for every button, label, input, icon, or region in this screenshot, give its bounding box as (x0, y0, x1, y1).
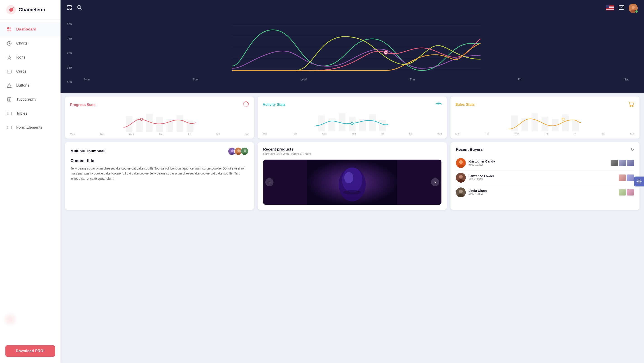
main-chart-area: 300 250 200 150 100 (60, 16, 644, 93)
buyer-thumb-2b (627, 174, 634, 181)
activity-stats-icon (436, 101, 442, 108)
buyer-name-1: Kristopher Candy (468, 160, 608, 163)
buyer-info-2: Lawrence Fowler #INV-12333 (468, 174, 616, 181)
sales-stats-title: Sales Stats (456, 103, 475, 107)
sidebar-footer: Download PRO! (0, 341, 60, 363)
activity-stats-header: Activity Stats (262, 101, 442, 108)
dashboard-icon (6, 27, 12, 32)
tables-icon (6, 111, 12, 116)
expand-icon[interactable] (67, 5, 72, 11)
buyer-avatar-1 (456, 158, 466, 168)
x-label-thu: Thu (410, 78, 414, 81)
buyer-thumb-3b (627, 189, 634, 196)
svg-rect-48 (328, 118, 335, 131)
mail-icon[interactable] (619, 5, 624, 11)
y-label-100: 100 (67, 81, 72, 84)
recent-products-subtitle: Carousel Card With Header & Footer (263, 152, 441, 156)
sidebar: Chameleon Dashboard Charts Icons Cards (0, 0, 60, 363)
svg-rect-4 (10, 27, 11, 29)
progress-stats-icon (243, 101, 249, 109)
sidebar-item-cards[interactable]: Cards (0, 64, 60, 79)
carousel-next-button[interactable]: › (431, 178, 439, 186)
svg-rect-5 (7, 30, 9, 32)
buyer-item-2: Lawrence Fowler #INV-12333 (456, 170, 634, 185)
y-label-300: 300 (67, 23, 72, 26)
sidebar-item-typography[interactable]: B Typography (0, 93, 60, 107)
user-avatar[interactable] (629, 4, 638, 13)
svg-rect-19 (67, 6, 69, 7)
recent-products-header: Recent products Carousel Card With Heade… (263, 147, 441, 156)
progress-stats-card: Progress Stats (65, 97, 254, 139)
recent-products-title: Recent products (263, 147, 441, 152)
recent-buyers-card: Recent Buyers ↻ Kristopher Candy #INV-12… (450, 142, 640, 210)
recent-buyers-title: Recent Buyers (456, 147, 483, 152)
sales-stats-header: Sales Stats (456, 101, 634, 108)
thumbnail-title: Multiple Thumbnail (70, 149, 106, 153)
flag-icon[interactable] (606, 5, 614, 11)
sidebar-item-label-form-elements: Form Elements (16, 125, 42, 130)
buyer-thumb-1a (610, 160, 618, 166)
activity-stats-x-labels: Mon Tue Wex Thu Fri Sat Sun (262, 131, 442, 135)
search-icon[interactable] (77, 5, 82, 11)
svg-text:B: B (8, 98, 10, 101)
svg-point-86 (459, 190, 463, 193)
svg-point-55 (630, 106, 631, 107)
refresh-icon[interactable]: ↻ (631, 147, 634, 152)
buttons-icon (6, 83, 12, 88)
settings-fab-button[interactable] (634, 177, 644, 186)
logo-area: Chameleon (0, 0, 60, 20)
sidebar-item-label-tables: Tables (16, 111, 27, 116)
svg-rect-12 (7, 112, 11, 115)
svg-line-22 (80, 8, 81, 10)
content-title: Content title (70, 158, 248, 163)
svg-rect-42 (156, 117, 163, 132)
progress-stats-title: Progress Stats (70, 103, 96, 107)
svg-point-54 (351, 122, 354, 125)
icons-icon (6, 55, 12, 60)
svg-rect-52 (369, 114, 376, 131)
sidebar-item-icons[interactable]: Icons (0, 50, 60, 64)
y-label-150: 150 (67, 66, 72, 69)
activity-stats-title: Activity Stats (262, 103, 286, 107)
buyer-thumb-2a (619, 174, 626, 181)
svg-rect-44 (176, 115, 183, 132)
sidebar-item-buttons[interactable]: Buttons (0, 79, 60, 93)
svg-point-69 (237, 149, 240, 152)
svg-rect-27 (606, 5, 609, 8)
typography-icon: B (6, 97, 12, 102)
svg-point-38 (385, 52, 386, 53)
topbar-left (67, 5, 82, 11)
download-pro-button[interactable]: Download PRO! (6, 345, 55, 357)
buyer-invoice-1: #INV-12332 (468, 163, 608, 166)
recent-products-card: Recent products Carousel Card With Heade… (258, 142, 447, 210)
buyer-invoice-3: #INV-12334 (468, 193, 616, 196)
activity-stats-card: Activity Stats (258, 97, 447, 139)
svg-rect-53 (379, 120, 386, 131)
x-label-sat: Sat (624, 78, 629, 81)
sidebar-item-label-dashboard: Dashboard (16, 27, 36, 32)
buyer-item-1: Kristopher Candy #INV-12332 (456, 156, 634, 170)
sidebar-item-label-typography: Typography (16, 97, 36, 102)
buyer-avatar-2 (456, 173, 466, 183)
buyer-invoice-2: #INV-12333 (468, 178, 616, 181)
svg-point-64 (562, 118, 564, 120)
sidebar-item-dashboard[interactable]: Dashboard (0, 22, 60, 36)
avatar-3 (240, 147, 248, 155)
svg-point-83 (459, 175, 463, 179)
sales-stats-x-labels: Mon Tue Wex Thu Fri Sat Sun (456, 131, 634, 135)
progress-stats-x-labels: Mon Tue Wex Thu Fri Sat Sun (70, 132, 249, 135)
buyer-thumbs-1 (610, 160, 634, 166)
svg-point-72 (244, 149, 246, 152)
main-chart-svg (75, 21, 638, 75)
sidebar-item-label-charts: Charts (16, 41, 28, 46)
sidebar-item-charts[interactable]: Charts (0, 36, 60, 50)
main-content: 300 250 200 150 100 (60, 0, 644, 363)
svg-point-46 (140, 118, 143, 121)
svg-point-2 (10, 9, 10, 9)
svg-rect-8 (7, 70, 11, 73)
svg-rect-26 (606, 9, 614, 10)
sidebar-item-form-elements[interactable]: Form Elements (0, 121, 60, 135)
svg-rect-58 (521, 118, 528, 131)
carousel-prev-button[interactable]: ‹ (265, 178, 274, 186)
sidebar-item-tables[interactable]: Tables (0, 107, 60, 121)
